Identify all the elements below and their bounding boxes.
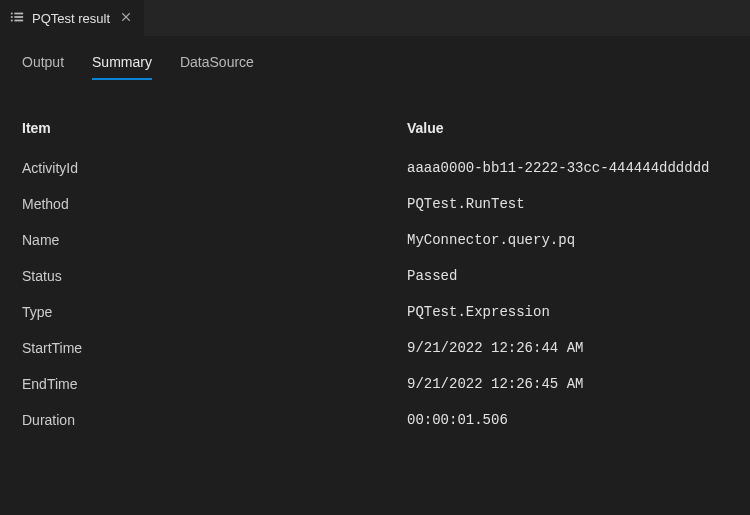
tab-title: PQTest result xyxy=(32,11,110,26)
table-row: Duration 00:00:01.506 xyxy=(22,402,728,438)
header-item: Item xyxy=(22,120,407,136)
list-icon xyxy=(10,10,24,27)
row-item: Status xyxy=(22,268,407,284)
close-icon[interactable] xyxy=(118,8,134,28)
row-item: Duration xyxy=(22,412,407,428)
tab-pqtest-result[interactable]: PQTest result xyxy=(0,0,145,36)
row-item: Type xyxy=(22,304,407,320)
row-item: Method xyxy=(22,196,407,212)
svg-rect-5 xyxy=(14,19,23,21)
row-item: EndTime xyxy=(22,376,407,392)
table-row: Method PQTest.RunTest xyxy=(22,186,728,222)
row-value: 00:00:01.506 xyxy=(407,412,728,428)
table-row: Type PQTest.Expression xyxy=(22,294,728,330)
tab-summary[interactable]: Summary xyxy=(92,54,152,80)
table-row: Status Passed xyxy=(22,258,728,294)
row-value: 9/21/2022 12:26:45 AM xyxy=(407,376,728,392)
svg-rect-2 xyxy=(11,16,13,18)
row-value: MyConnector.query.pq xyxy=(407,232,728,248)
table-row: ActivityId aaaa0000-bb11-2222-33cc-44444… xyxy=(22,150,728,186)
row-value: aaaa0000-bb11-2222-33cc-444444dddddd xyxy=(407,160,728,176)
table-row: StartTime 9/21/2022 12:26:44 AM xyxy=(22,330,728,366)
svg-rect-1 xyxy=(14,12,23,14)
row-value: PQTest.RunTest xyxy=(407,196,728,212)
tab-bar: PQTest result xyxy=(0,0,750,36)
row-item: Name xyxy=(22,232,407,248)
table-row: EndTime 9/21/2022 12:26:45 AM xyxy=(22,366,728,402)
row-item: StartTime xyxy=(22,340,407,356)
row-item: ActivityId xyxy=(22,160,407,176)
table-row: Name MyConnector.query.pq xyxy=(22,222,728,258)
header-value: Value xyxy=(407,120,728,136)
row-value: 9/21/2022 12:26:44 AM xyxy=(407,340,728,356)
sub-tab-bar: Output Summary DataSource xyxy=(0,36,750,80)
row-value: Passed xyxy=(407,268,728,284)
tab-output[interactable]: Output xyxy=(22,54,64,80)
table-header: Item Value xyxy=(22,110,728,150)
row-value: PQTest.Expression xyxy=(407,304,728,320)
svg-rect-0 xyxy=(11,12,13,14)
svg-rect-3 xyxy=(14,16,23,18)
tab-datasource[interactable]: DataSource xyxy=(180,54,254,80)
summary-table: Item Value ActivityId aaaa0000-bb11-2222… xyxy=(0,80,750,438)
svg-rect-4 xyxy=(11,19,13,21)
